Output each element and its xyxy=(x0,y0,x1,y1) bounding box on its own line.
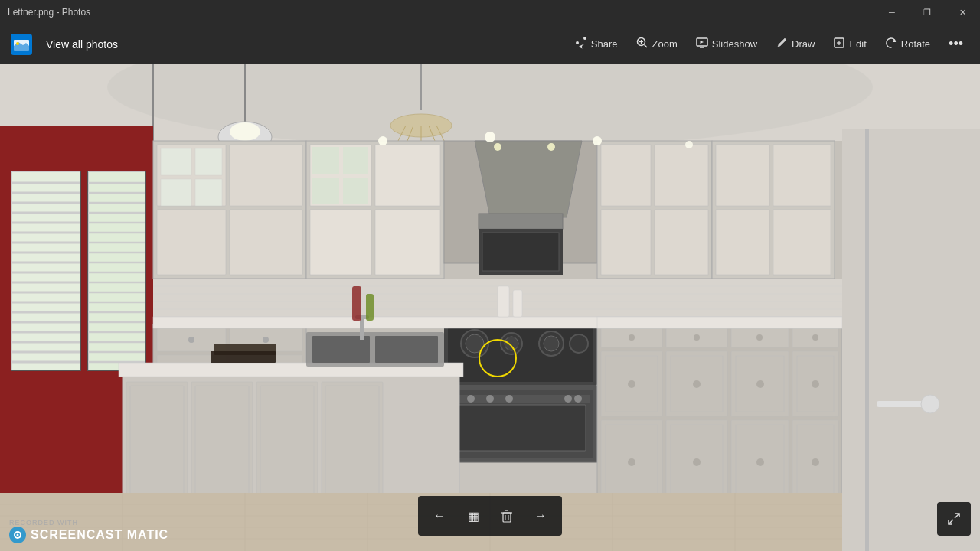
svg-rect-221 xyxy=(352,286,361,321)
kitchen-photo xyxy=(0,64,980,551)
watermark-brand-text: SCREENCAST MATIC xyxy=(31,528,168,542)
bottom-navigation: ← ▦ → xyxy=(418,496,562,536)
svg-rect-52 xyxy=(88,171,145,370)
svg-rect-108 xyxy=(716,145,769,206)
rotate-label: Rotate xyxy=(901,38,930,50)
svg-rect-109 xyxy=(773,145,831,206)
svg-rect-197 xyxy=(360,317,364,340)
svg-point-166 xyxy=(756,380,764,388)
screencast-logo xyxy=(9,527,26,543)
svg-point-122 xyxy=(263,337,269,343)
draw-label: Draw xyxy=(792,38,815,50)
svg-rect-103 xyxy=(601,145,651,206)
title-bar: Lettner.png - Photos ─ ❐ ✕ xyxy=(0,0,980,24)
svg-rect-225 xyxy=(503,513,511,522)
draw-button[interactable]: Draw xyxy=(768,32,822,57)
toolbar-left: View all photos xyxy=(9,32,124,57)
expand-button[interactable] xyxy=(937,502,971,536)
svg-rect-92 xyxy=(343,147,368,174)
svg-point-148 xyxy=(574,395,582,403)
svg-point-217 xyxy=(378,136,387,145)
svg-point-181 xyxy=(812,458,819,466)
svg-line-4 xyxy=(644,44,647,47)
svg-point-147 xyxy=(564,395,572,403)
title-bar-controls: ─ ❐ ✕ xyxy=(874,0,980,24)
svg-point-175 xyxy=(693,458,701,466)
draw-icon xyxy=(776,37,788,52)
svg-line-231 xyxy=(949,520,953,524)
svg-rect-183 xyxy=(597,317,842,328)
svg-point-19 xyxy=(230,122,260,141)
svg-point-234 xyxy=(17,534,19,536)
delete-button[interactable] xyxy=(490,499,524,533)
next-photo-button[interactable]: → xyxy=(524,499,557,533)
restore-button[interactable]: ❐ xyxy=(910,0,945,24)
svg-rect-143 xyxy=(456,405,586,451)
previous-photo-button[interactable]: ← xyxy=(423,499,456,533)
svg-point-216 xyxy=(921,395,939,413)
minimize-button[interactable]: ─ xyxy=(874,0,910,24)
svg-rect-80 xyxy=(230,145,302,206)
edit-icon xyxy=(833,37,845,52)
rotate-icon xyxy=(885,37,897,52)
title-bar-left: Lettner.png - Photos xyxy=(0,7,90,18)
svg-rect-31 xyxy=(11,171,80,370)
svg-point-101 xyxy=(547,143,555,151)
svg-rect-85 xyxy=(195,179,222,206)
svg-rect-82 xyxy=(161,148,191,175)
slideshow-button[interactable]: Slideshow xyxy=(688,32,765,57)
svg-rect-110 xyxy=(716,210,769,275)
zoom-button[interactable]: Zoom xyxy=(629,32,685,57)
image-area xyxy=(0,64,980,551)
view-all-photos-button[interactable]: View all photos xyxy=(40,35,124,54)
svg-rect-111 xyxy=(773,210,831,275)
share-label: Share xyxy=(591,38,618,50)
svg-rect-89 xyxy=(310,210,371,275)
svg-point-160 xyxy=(628,380,635,388)
svg-rect-223 xyxy=(498,286,509,317)
svg-rect-104 xyxy=(655,145,708,206)
rotate-button[interactable]: Rotate xyxy=(877,32,938,57)
svg-point-218 xyxy=(485,132,495,142)
svg-point-134 xyxy=(466,334,484,353)
svg-rect-106 xyxy=(655,210,708,275)
toolbar-right: Share Zoom Slides xyxy=(567,31,971,57)
share-icon xyxy=(575,37,587,52)
svg-rect-105 xyxy=(601,210,651,275)
svg-point-163 xyxy=(693,380,701,388)
svg-rect-83 xyxy=(195,148,222,175)
expand-icon xyxy=(947,512,961,526)
filmstrip-button[interactable]: ▦ xyxy=(456,499,490,533)
screencast-watermark: RECORDED WITH SCREENCAST MATIC xyxy=(9,519,168,543)
svg-point-2 xyxy=(16,42,19,45)
svg-rect-91 xyxy=(312,147,339,174)
svg-rect-81 xyxy=(230,210,302,275)
toolbar: View all photos Share Zoom xyxy=(0,24,980,64)
svg-point-178 xyxy=(756,458,764,466)
svg-point-146 xyxy=(505,395,513,403)
share-button[interactable]: Share xyxy=(567,32,626,57)
svg-point-136 xyxy=(505,337,518,350)
edit-button[interactable]: Edit xyxy=(825,32,874,57)
svg-marker-96 xyxy=(475,141,582,217)
svg-point-153 xyxy=(694,334,700,341)
svg-rect-200 xyxy=(211,351,276,363)
svg-point-145 xyxy=(486,395,494,403)
svg-line-230 xyxy=(955,514,959,518)
svg-marker-8 xyxy=(700,41,704,44)
svg-point-155 xyxy=(756,334,763,341)
svg-rect-84 xyxy=(161,179,191,206)
slideshow-icon xyxy=(696,37,708,52)
svg-point-172 xyxy=(628,458,635,466)
more-options-button[interactable]: ••• xyxy=(941,31,971,57)
close-button[interactable]: ✕ xyxy=(945,0,980,24)
slideshow-label: Slideshow xyxy=(712,38,757,50)
svg-point-144 xyxy=(467,395,475,403)
zoom-label: Zoom xyxy=(652,38,678,50)
svg-point-220 xyxy=(685,141,693,148)
svg-rect-224 xyxy=(513,290,522,317)
window-title: Lettner.png - Photos xyxy=(8,7,90,18)
svg-rect-196 xyxy=(375,336,438,363)
svg-rect-213 xyxy=(842,129,980,551)
edit-label: Edit xyxy=(849,38,866,50)
